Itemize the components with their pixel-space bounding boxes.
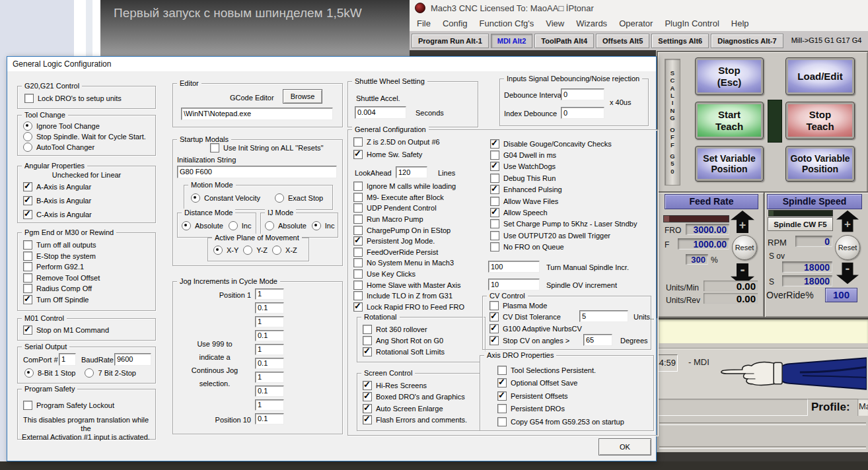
checkbox-remove-tool-offset[interactable] <box>23 273 32 283</box>
checkbox-m9-execute-after-block[interactable] <box>353 193 363 202</box>
stop-esc-button[interactable]: Stop (Esc) <box>695 57 764 95</box>
checkbox-disable-gouge-concavity-checks[interactable] <box>490 139 499 149</box>
browse-button[interactable]: Browse <box>283 89 322 104</box>
spindle-reset-button[interactable]: Reset <box>835 235 860 260</box>
checkbox-lock-dro-s-to-setup-units[interactable] <box>24 94 34 103</box>
load-edit-button[interactable]: Load/Edit <box>785 57 855 95</box>
fro-dro[interactable]: 3000.00 <box>686 224 729 235</box>
checkbox-no-system-menu-in-mach3[interactable] <box>353 258 363 267</box>
radio-x-y[interactable] <box>213 246 223 255</box>
checkbox-stop-cv-on-angles[interactable] <box>489 336 499 345</box>
jog-increment-field-10[interactable]: 0.1 <box>255 413 284 424</box>
menu-item-help[interactable]: Help <box>725 18 755 28</box>
menu-item-function-cfg-s[interactable]: Function Cfg's <box>474 18 540 28</box>
checkbox-use-key-clicks[interactable] <box>353 269 363 279</box>
radio-8-bit-1-stop[interactable] <box>24 368 34 378</box>
checkbox-udp-pendent-control[interactable] <box>353 203 363 213</box>
spindle-ov-field[interactable]: 10 <box>488 279 540 290</box>
checkbox-use-init-string-on-all-resets[interactable] <box>210 143 219 152</box>
checkbox-home-sw-safety[interactable] <box>353 150 363 159</box>
tab-program-run-alt-1[interactable]: Program Run Alt-1 <box>412 34 489 48</box>
plus-arrow-icon[interactable]: + <box>836 210 859 232</box>
checkbox-c-axis-is-angular[interactable] <box>23 210 32 219</box>
index-debounce-field[interactable]: 0 <box>561 107 604 119</box>
fro-percent-dro[interactable]: 300 <box>686 254 708 265</box>
checkbox-radius-comp-off[interactable] <box>23 284 32 293</box>
radio-stop-spindle-wait-for-cycle-start[interactable] <box>23 132 32 141</box>
checkbox-no-fro-on-queue[interactable] <box>490 242 499 252</box>
radio-autotool-changer[interactable] <box>23 143 32 152</box>
radio-exact-stop[interactable] <box>275 193 284 203</box>
radio-7-bit-2-stop[interactable] <box>85 368 94 378</box>
checkbox-e-stop-the-system[interactable] <box>23 252 32 261</box>
init-string-field[interactable]: G80 F600 <box>177 166 337 178</box>
checkbox-chargepump-on-in-estop[interactable] <box>353 226 363 235</box>
checkbox-debug-this-run[interactable] <box>490 174 499 183</box>
checkbox-b-axis-is-angular[interactable] <box>23 196 32 205</box>
checkbox-run-macro-pump[interactable] <box>353 215 363 224</box>
jog-increment-field-4[interactable]: 0.1 <box>255 330 284 341</box>
override-dro[interactable]: 100 <box>825 288 857 302</box>
jog-increment-field-7[interactable]: 1 <box>255 372 284 383</box>
radio-inc[interactable] <box>312 221 321 230</box>
checkbox-turn-off-spindle[interactable] <box>23 295 32 304</box>
checkbox-ang-short-rot-on-g0[interactable] <box>363 336 372 345</box>
menu-item-operator[interactable]: Operator <box>613 18 659 28</box>
radio-ignore-tool-change[interactable] <box>23 121 32 131</box>
checkbox-hi-res-screens[interactable] <box>363 381 372 390</box>
tab-diagnostics-alt-7[interactable]: Diagnostics Alt-7 <box>711 34 783 48</box>
jog-increment-field-6[interactable]: 0.1 <box>255 358 284 369</box>
plus-arrow-icon[interactable]: + <box>730 210 755 234</box>
spindle-incr-field[interactable]: 100 <box>488 261 540 273</box>
rpm-dro[interactable]: 0 <box>795 236 832 247</box>
checkbox-flash-errors-and-comments[interactable] <box>363 415 372 424</box>
goto-variable-position-button[interactable]: Goto Variable Position <box>785 146 855 182</box>
checkbox-cv-dist-tolerance[interactable] <box>489 312 499 321</box>
menu-item-plugin-control[interactable]: PlugIn Control <box>659 18 725 28</box>
radio-y-z[interactable] <box>243 246 252 255</box>
radio-absolute[interactable] <box>265 221 274 230</box>
checkbox-use-output20-as-dwell-trigger[interactable] <box>490 231 499 240</box>
checkbox-rotational-soft-limits[interactable] <box>363 347 372 356</box>
checkbox-include-tlo-in-z-from-g31[interactable] <box>353 291 363 300</box>
checkbox-persistent-jog-mode[interactable] <box>353 236 363 246</box>
checkbox-program-safety-lockout[interactable] <box>23 401 32 410</box>
tab-settings-alt6[interactable]: Settings Alt6 <box>651 34 709 48</box>
checkbox-persistent-offsets[interactable] <box>497 391 507 401</box>
menu-item-wizards[interactable]: Wizards <box>570 18 613 28</box>
checkbox-a-axis-is-angular[interactable] <box>23 182 32 191</box>
minus-arrow-icon[interactable]: - <box>836 262 859 285</box>
checkbox-stop-on-m1-command[interactable] <box>23 325 32 335</box>
checkbox-g100-adaptive-nurbscv[interactable] <box>489 324 499 333</box>
ok-button[interactable]: OK <box>598 438 651 455</box>
checkbox-tool-selections-persistent[interactable] <box>497 366 507 375</box>
checkbox-plasma-mode[interactable] <box>489 301 499 310</box>
cv-angle-field[interactable]: 65 <box>583 334 612 346</box>
radio-x-z[interactable] <box>272 246 281 255</box>
jog-increment-field-3[interactable]: 1 <box>255 316 284 327</box>
tab-toolpath-alt4[interactable]: ToolPath Alt4 <box>534 34 594 48</box>
checkbox-feedoverride-persist[interactable] <box>353 248 363 257</box>
lookahead-field[interactable]: 120 <box>396 166 427 178</box>
start-teach-button[interactable]: Start Teach <box>695 102 764 139</box>
checkbox-persistent-dros[interactable] <box>497 404 507 413</box>
checkbox-auto-screen-enlarge[interactable] <box>363 404 372 413</box>
checkbox-ignore-m-calls-while-loading[interactable] <box>353 182 363 191</box>
set-variable-position-button[interactable]: Set Variable Position <box>695 146 764 182</box>
shuttle-accel-field[interactable]: 0.004 <box>355 106 406 119</box>
spindle-cw-button[interactable]: Spindle CW F5 <box>768 217 833 231</box>
checkbox-rot-360-rollover[interactable] <box>363 325 372 334</box>
tab-offsets-alt5[interactable]: Offsets Alt5 <box>596 34 649 48</box>
checkbox-g04-dwell-in-ms[interactable] <box>490 151 499 160</box>
jog-increment-field-9[interactable]: 1 <box>255 399 284 411</box>
cv-dist-field[interactable]: 5 <box>579 310 628 322</box>
checkbox-optional-offset-save[interactable] <box>497 378 507 387</box>
jog-increment-field-5[interactable]: 1 <box>255 344 284 355</box>
menu-item-view[interactable]: View <box>540 18 570 28</box>
checkbox-lock-rapid-fro-to-feed-fro[interactable] <box>353 302 363 312</box>
comport-field[interactable]: 1 <box>59 353 76 366</box>
feedrate-dro[interactable]: 1000.00 <box>678 238 729 250</box>
checkbox-allow-wave-files[interactable] <box>490 197 499 206</box>
checkbox-perform-g92-1[interactable] <box>23 262 32 271</box>
sov-dro[interactable]: 18000 <box>782 261 832 273</box>
